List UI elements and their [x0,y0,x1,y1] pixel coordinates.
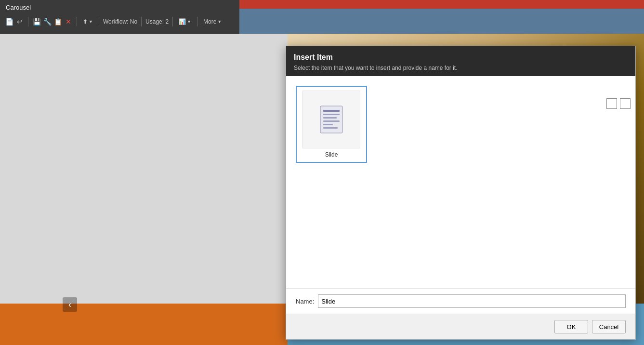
slide-item-label: Slide [325,151,338,158]
slide-document-icon [319,105,343,134]
dialog-controls: □ ✕ [606,98,631,109]
svg-rect-5 [323,124,333,125]
dialog-header: Insert Item Select the item that you wan… [286,46,635,76]
dialog-title: Insert Item [294,53,628,62]
dialog-overlay: Insert Item Select the item that you wan… [0,0,644,345]
svg-rect-1 [323,110,340,112]
dialog-body: Slide [286,76,635,288]
dialog-footer: OK Cancel [286,314,635,339]
svg-rect-4 [323,120,340,122]
insert-item-dialog: Insert Item Select the item that you wan… [286,46,636,340]
item-grid: Slide [296,86,626,163]
slide-item-preview [302,91,360,148]
name-input[interactable] [318,294,626,308]
svg-rect-6 [323,127,338,129]
ok-button[interactable]: OK [554,320,588,333]
dialog-maximize-button[interactable]: □ [606,98,617,109]
dialog-close-button[interactable]: ✕ [620,98,631,109]
slide-item-card[interactable]: Slide [296,86,367,163]
svg-rect-3 [323,117,337,119]
cancel-button[interactable]: Cancel [592,320,626,333]
name-row: Name: [286,288,635,314]
dialog-subtitle: Select the item that you want to insert … [294,65,628,71]
name-field-label: Name: [296,298,314,305]
svg-rect-2 [323,114,340,115]
